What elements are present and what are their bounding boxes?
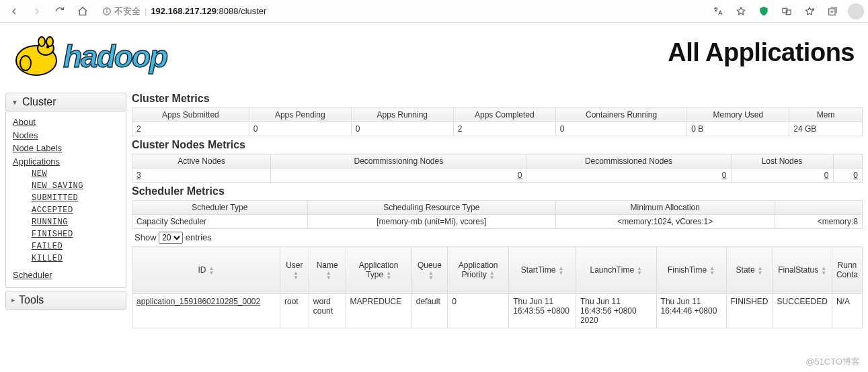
sort-icon: ▲▼ — [386, 271, 391, 280]
chevron-right-icon: ▸ — [11, 296, 15, 304]
decommissioning-link[interactable]: 0 — [518, 171, 522, 180]
svg-point-14 — [38, 37, 45, 46]
entries-label: entries — [186, 232, 212, 242]
chevron-down-icon: ▼ — [11, 99, 18, 106]
th-user[interactable]: User▲▼ — [280, 247, 309, 294]
th-queue[interactable]: Queue▲▼ — [411, 247, 447, 294]
cell: 0 — [555, 122, 686, 136]
nav-about[interactable]: About — [13, 115, 119, 129]
cell-running: N/A — [832, 293, 862, 328]
th-resource-type: Scheduling Resource Type — [307, 201, 555, 215]
page-header: hadoop All Applications — [0, 23, 868, 93]
cell: Capacity Scheduler — [132, 215, 308, 229]
collections-icon[interactable] — [822, 2, 842, 21]
nav-scheduler[interactable]: Scheduler — [13, 269, 119, 282]
cell-queue: default — [411, 293, 447, 328]
th-apps-completed: Apps Completed — [453, 108, 555, 122]
refresh-button[interactable] — [50, 2, 70, 21]
active-nodes-link[interactable]: 3 — [136, 171, 141, 180]
th-apps-pending: Apps Pending — [249, 108, 351, 122]
table-row: Capacity Scheduler [memory-mb (unit=Mi),… — [132, 215, 863, 229]
main-content: Cluster Metrics Apps Submitted Apps Pend… — [132, 93, 863, 328]
forward-button[interactable] — [27, 2, 47, 21]
th-finalstatus[interactable]: FinalStatus▲▼ — [773, 247, 832, 294]
cell: 3 — [132, 169, 271, 183]
translate2-icon[interactable] — [777, 2, 797, 21]
nav-nodes[interactable]: Nodes — [13, 129, 119, 142]
cell-name: word count — [309, 293, 346, 328]
translate-icon[interactable] — [708, 2, 728, 21]
shield-icon[interactable] — [754, 2, 774, 21]
nav-state-accepted[interactable]: ACCEPTED — [32, 204, 119, 216]
cell-user: root — [280, 293, 309, 328]
nav-applications[interactable]: Applications — [13, 155, 119, 169]
th-decommissioned: Decommissioned Nodes — [526, 154, 731, 169]
nav-state-killed[interactable]: KILLED — [32, 252, 119, 265]
address-bar[interactable]: 不安全 | 192.168.217.129:8088/cluster — [102, 2, 703, 21]
nav-state-new[interactable]: NEW — [32, 168, 119, 180]
cell: 24 GB — [789, 122, 863, 136]
th-containers-running: Containers Running — [555, 108, 686, 122]
svg-point-15 — [46, 37, 53, 46]
th-blank — [833, 154, 862, 169]
section-cluster-metrics: Cluster Metrics — [132, 93, 863, 105]
th-id[interactable]: ID▲▼ — [132, 247, 280, 294]
svg-text:hadoop: hadoop — [63, 39, 167, 74]
star-icon[interactable] — [731, 2, 751, 21]
favorites-icon[interactable] — [799, 2, 820, 21]
th-state[interactable]: State▲▼ — [726, 247, 773, 294]
extra-link[interactable]: 0 — [853, 171, 858, 180]
th-priority[interactable]: Application Priority▲▼ — [448, 247, 509, 294]
svg-point-2 — [107, 9, 108, 9]
sort-icon: ▲▼ — [489, 271, 495, 280]
separator: | — [145, 6, 147, 16]
cell: [memory-mb (unit=Mi), vcores] — [307, 215, 555, 229]
sort-icon: ▲▼ — [293, 271, 299, 280]
nav-state-finished[interactable]: FINISHED — [32, 228, 119, 240]
nav-state-running[interactable]: RUNNING — [32, 216, 119, 228]
th-memory-used: Memory Used — [687, 108, 789, 122]
th-launchtime[interactable]: LaunchTime▲▼ — [576, 247, 656, 294]
cell: <memory:8 — [775, 215, 862, 229]
sort-icon: ▲▼ — [758, 266, 763, 275]
th-min-alloc: Minimum Allocation — [555, 201, 775, 215]
cell: 0 — [351, 122, 453, 136]
section-nodes-metrics: Cluster Nodes Metrics — [132, 139, 863, 151]
cell: 2 — [132, 122, 249, 136]
sort-icon: ▲▼ — [428, 271, 434, 280]
back-button[interactable] — [4, 2, 24, 21]
cell-finishtime: Thu Jun 11 16:44:46 +0800 — [656, 293, 726, 328]
hadoop-logo: hadoop — [8, 28, 210, 77]
cell: 0 — [731, 169, 833, 183]
application-link[interactable]: application_1591860210285_0002 — [136, 297, 260, 306]
sidebar-tools-header[interactable]: ▸Tools — [5, 291, 126, 310]
th-name[interactable]: Name▲▼ — [309, 247, 346, 294]
table-row: application_1591860210285_0002 root word… — [132, 293, 863, 328]
th-active-nodes: Active Nodes — [132, 154, 271, 169]
th-apptype[interactable]: Application Type▲▼ — [346, 247, 411, 294]
th-running-containers[interactable]: Runn Conta — [832, 247, 862, 294]
home-button[interactable] — [73, 2, 93, 21]
nav-state-submitted[interactable]: SUBMITTED — [32, 192, 119, 204]
nav-state-failed[interactable]: FAILED — [32, 240, 119, 252]
decommissioned-link[interactable]: 0 — [722, 171, 727, 180]
lost-nodes-link[interactable]: 0 — [824, 171, 829, 180]
th-finishtime[interactable]: FinishTime▲▼ — [656, 247, 726, 294]
nav-state-new-saving[interactable]: NEW SAVING — [32, 180, 119, 192]
toolbar-right — [708, 2, 864, 21]
entries-select[interactable]: 20 — [159, 232, 183, 244]
page-title: All Applications — [210, 38, 860, 67]
sort-icon: ▲▼ — [637, 266, 642, 275]
nav-node-labels[interactable]: Node Labels — [13, 142, 119, 155]
cell-id: application_1591860210285_0002 — [132, 293, 280, 328]
cell: 0 — [271, 169, 526, 183]
th-blank2 — [775, 201, 862, 215]
sidebar-cluster-label: Cluster — [22, 96, 56, 108]
nav-app-states: NEW NEW SAVING SUBMITTED ACCEPTED RUNNIN… — [13, 168, 119, 265]
th-mem: Mem — [789, 108, 863, 122]
profile-avatar[interactable] — [848, 3, 864, 19]
th-scheduler-type: Scheduler Type — [132, 201, 308, 215]
sidebar-cluster-header[interactable]: ▼Cluster — [5, 93, 126, 111]
th-starttime[interactable]: StartTime▲▼ — [509, 247, 576, 294]
sidebar: ▼Cluster About Nodes Node Labels Applica… — [5, 93, 126, 328]
